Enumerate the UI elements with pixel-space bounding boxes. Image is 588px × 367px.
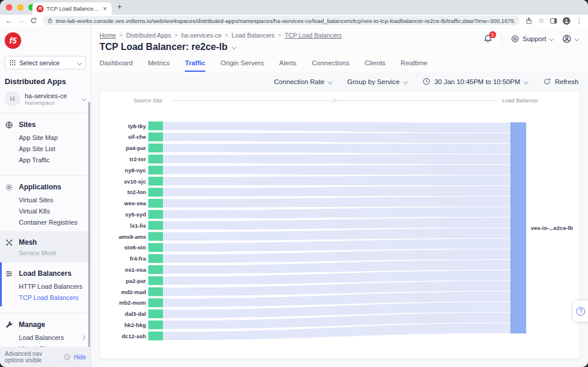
lock-icon (47, 18, 53, 24)
tab-connections[interactable]: Connections (312, 59, 350, 72)
sankey-source-node-fr4-fra[interactable] (148, 254, 163, 263)
f5-logo[interactable]: f5 (5, 32, 21, 49)
tab-traffic[interactable]: Traffic (185, 59, 205, 72)
sankey-source-node-tn2-lon[interactable] (148, 188, 163, 196)
forward-button[interactable]: → (18, 17, 25, 24)
sidebar-item-tcp-load-balancers[interactable]: TCP Load Balancers (2, 292, 91, 303)
tab-clients[interactable]: Clients (365, 59, 386, 72)
close-window-button[interactable] (6, 4, 12, 11)
sidebar-section-heading-mesh[interactable]: Mesh (0, 234, 91, 249)
help-button[interactable]: ? (573, 301, 588, 322)
sankey-source-label-wes-sea: wes-sea (124, 200, 147, 206)
sidebar-section-heading-manage[interactable]: Manage (0, 316, 91, 332)
support-menu[interactable]: Support (511, 35, 553, 43)
user-menu[interactable] (562, 34, 579, 44)
sidebar-item-app-site-list[interactable]: App Site List (0, 143, 91, 154)
share-icon[interactable] (525, 17, 533, 25)
sankey-source-label-tr2-tor: tr2-tor (129, 156, 146, 162)
sankey-flow-sv10-sjc[interactable] (163, 175, 510, 186)
browser-menu-icon[interactable]: ⋮ (576, 17, 583, 24)
chevron-down-icon[interactable] (231, 45, 236, 49)
sankey-source-node-os1-osa[interactable] (148, 265, 163, 274)
tab-realtime[interactable]: Realtime (401, 59, 427, 72)
breadcrumb-item[interactable]: Distributed Apps (126, 32, 171, 39)
breadcrumb-item[interactable]: ha-services-ce (181, 32, 221, 39)
sankey-source-label-ny8-nyc: ny8-nyc (125, 167, 146, 174)
metric-dropdown[interactable]: Connection Rate (274, 78, 332, 85)
tab-dashboard[interactable]: Dashboard (99, 59, 132, 72)
sidebar-item-http-load-balancers[interactable]: HTTP Load Balancers (2, 281, 91, 292)
divider (501, 34, 502, 44)
sankey-source-node-pa2-par[interactable] (148, 276, 163, 285)
sidebar-item-app-traffic[interactable]: App Traffic (0, 154, 91, 165)
sankey-source-node-hk2-hkg[interactable] (148, 321, 163, 329)
sankey-flow-wes-sea[interactable] (163, 196, 510, 208)
page-header: Home>Distributed Apps>ha-services-ce>Loa… (91, 26, 588, 72)
tab-metrics[interactable]: Metrics (148, 59, 170, 72)
sankey-source-node-md2-mad[interactable] (148, 288, 163, 296)
select-service-dropdown[interactable]: Select service (5, 56, 86, 69)
breadcrumb-item[interactable]: Load Balancers (232, 32, 275, 39)
sidebar-item-container-registries[interactable]: Container Registries (0, 216, 91, 228)
sankey-flow-ny8-nyc[interactable] (163, 165, 510, 175)
sankey-source-node-ls1-lis[interactable] (148, 221, 163, 230)
sankey-source-node-pa4-par[interactable] (148, 144, 163, 152)
sankey-flow-sy5-syd[interactable] (163, 207, 510, 219)
sankey-flow-tr2-tor[interactable] (163, 154, 510, 165)
sidebar-section-heading-sites[interactable]: Sites (0, 116, 91, 132)
namespace-selector[interactable]: H ha-services-ce Namespace (5, 91, 86, 106)
minimize-window-button[interactable] (17, 4, 24, 11)
sankey-flow-sif-che[interactable] (163, 132, 510, 144)
sidebar-section-heading-load-balancers[interactable]: Load Balancers (2, 265, 91, 281)
sankey-chart[interactable]: Source SiteLoad Balancerty8-tkysif-chepa… (100, 91, 580, 359)
sankey-source-node-mb2-mum[interactable] (148, 298, 163, 307)
sidebar-item-app-site-map[interactable]: App Site Map (0, 132, 91, 143)
sankey-source-node-ny8-nyc[interactable] (148, 166, 163, 175)
tab-close-icon[interactable]: ✕ (102, 6, 108, 12)
breadcrumb-item[interactable]: TCP Load Balancers (285, 32, 342, 39)
sankey-source-node-sy5-syd[interactable] (148, 210, 163, 219)
sankey-source-node-dal3-dal[interactable] (148, 309, 163, 318)
sidebar-item-virtual-sites[interactable]: Virtual Sites (0, 194, 91, 205)
sankey-source-node-sv10-sjc[interactable] (148, 177, 163, 186)
hide-nav-link[interactable]: Hide (74, 354, 86, 361)
sankey-source-node-ams9-ams[interactable] (148, 232, 163, 241)
notifications-button[interactable]: 3 (483, 34, 493, 44)
load-balancer-icon (5, 270, 13, 278)
bookmark-star-icon[interactable]: ☆ (538, 17, 544, 24)
address-bar[interactable]: tme-lab-works.console.ves.volterra.io/we… (42, 16, 520, 25)
back-button[interactable]: ← (5, 17, 12, 24)
sankey-source-node-sto6-sto[interactable] (148, 243, 163, 252)
reload-icon[interactable] (30, 17, 37, 24)
new-tab-button[interactable]: + (117, 2, 122, 11)
tab-origin-servers[interactable]: Origin Servers (221, 59, 264, 72)
browser-profile-avatar[interactable] (563, 17, 570, 25)
browser-tab-title: TCP Load Balancer: re2ce lb - (46, 5, 99, 12)
sidebar-item-load-balancers[interactable]: Load Balancers (0, 332, 91, 343)
sankey-source-node-ty8-tky[interactable] (148, 122, 163, 131)
sankey-flow-pa4-par[interactable] (163, 144, 510, 154)
sankey-target-node[interactable] (510, 122, 526, 333)
browser-tab[interactable]: f5 TCP Load Balancer: re2ce lb - ✕ (32, 2, 112, 15)
breadcrumb-item[interactable]: Home (99, 32, 116, 39)
refresh-button[interactable]: Refresh (543, 78, 579, 85)
sidebar-item-virtual-k8s[interactable]: Virtual K8s (0, 205, 91, 216)
browser-tabstrip: f5 TCP Load Balancer: re2ce lb - ✕ + (0, 0, 588, 15)
side-panel-icon[interactable] (550, 17, 557, 25)
sankey-flow-ty8-tky[interactable] (163, 122, 510, 133)
sankey-source-node-tr2-tor[interactable] (148, 155, 163, 164)
sankey-source-label-mb2-mum: mb2-mum (119, 299, 146, 306)
sankey-source-node-sif-che[interactable] (148, 132, 163, 141)
sidebar-scrollbar[interactable] (88, 102, 90, 349)
sidebar-section-heading-applications[interactable]: Applications (0, 179, 91, 194)
sankey-source-label-dc12-ash: dc12-ash (122, 333, 146, 339)
sankey-flow-tn2-lon[interactable] (163, 186, 510, 197)
sankey-source-node-dc12-ash[interactable] (148, 332, 163, 341)
sankey-source-node-wes-sea[interactable] (148, 199, 163, 208)
group-by-dropdown[interactable]: Group by Service (347, 78, 407, 85)
browser-window: f5 TCP Load Balancer: re2ce lb - ✕ + ← →… (0, 0, 588, 367)
chevron-right-icon (81, 335, 85, 339)
time-range-picker[interactable]: 30 Jan 10:45PM to 10:50PM (423, 78, 528, 85)
sankey-source-label-sif-che: sif-che (128, 134, 146, 140)
tab-alerts[interactable]: Alerts (279, 59, 296, 72)
